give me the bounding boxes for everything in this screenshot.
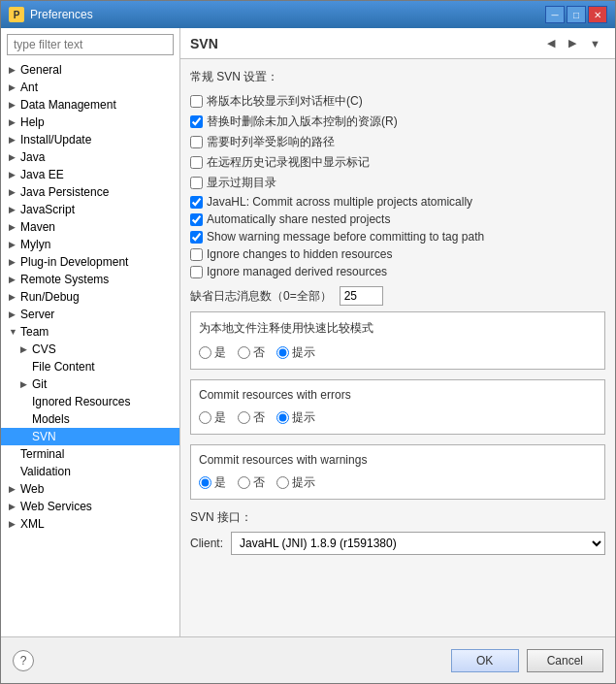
quick-diff-no-label: 否 [253, 344, 265, 361]
filter-input[interactable] [7, 34, 174, 55]
expand-icon: ▼ [9, 327, 20, 337]
sidebar-item-label: General [20, 63, 62, 77]
arrow-icon: ▶ [9, 292, 20, 302]
sidebar-item-label: SVN [32, 430, 56, 443]
sidebar-item-git[interactable]: ▶ Git [1, 375, 179, 393]
quick-diff-prompt-radio[interactable] [276, 346, 289, 359]
sidebar-item-help[interactable]: ▶ Help [1, 114, 179, 131]
checkbox-cb7[interactable] [190, 213, 203, 226]
sidebar-item-ignored-resources[interactable]: Ignored Resources [1, 393, 179, 410]
checkbox-cb10[interactable] [190, 266, 203, 278]
sidebar-item-label: Mylyn [20, 238, 50, 251]
arrow-icon: ▶ [9, 65, 20, 75]
quick-diff-no: 否 [238, 344, 265, 361]
sidebar-item-label: Help [20, 115, 45, 129]
commit-warnings-yes-label: 是 [214, 474, 226, 491]
window-controls: ─ □ ✕ [545, 6, 607, 23]
sidebar-item-run-debug[interactable]: ▶ Run/Debug [1, 288, 179, 306]
arrow-icon: ▶ [9, 117, 20, 127]
sidebar-item-label: Plug-in Development [20, 255, 128, 269]
sidebar-item-java-persistence[interactable]: ▶ Java Persistence [1, 183, 179, 201]
sidebar-item-label: Team [20, 325, 49, 339]
sidebar-item-ant[interactable]: ▶ Ant [1, 79, 179, 96]
sidebar-item-cvs[interactable]: ▶ CVS [1, 341, 179, 358]
sidebar-item-label: Ant [20, 81, 38, 94]
ok-button[interactable]: OK [451, 649, 519, 672]
sidebar-item-general[interactable]: ▶ General [1, 61, 179, 79]
checkbox-cb2[interactable] [190, 115, 203, 128]
checkbox-cb3[interactable] [190, 136, 203, 148]
cancel-button[interactable]: Cancel [527, 649, 603, 672]
svn-interface-title: SVN 接口： [190, 509, 605, 526]
commit-warnings-label: Commit resources with warnings [199, 453, 597, 467]
sidebar-item-xml[interactable]: ▶ XML [1, 515, 179, 533]
commit-errors-prompt: 提示 [276, 409, 315, 426]
checkbox-cb6[interactable] [190, 196, 203, 209]
sidebar-item-mylyn[interactable]: ▶ Mylyn [1, 236, 179, 253]
log-messages-input[interactable] [340, 286, 383, 306]
sidebar-item-web-services[interactable]: ▶ Web Services [1, 498, 179, 515]
arrow-icon: ▶ [9, 502, 20, 511]
client-select[interactable]: JavaHL (JNI) 1.8.9 (r1591380)SVNKit [231, 532, 605, 555]
sidebar-item-svn[interactable]: SVN [1, 428, 179, 445]
sidebar-item-data-management[interactable]: ▶ Data Management [1, 96, 179, 114]
sidebar-item-plugin-development[interactable]: ▶ Plug-in Development [1, 253, 179, 271]
quick-diff-no-radio[interactable] [238, 346, 250, 359]
checkbox-row-7: Automatically share nested projects [190, 212, 605, 226]
commit-errors-no-radio[interactable] [238, 411, 250, 424]
sidebar-item-remote-systems[interactable]: ▶ Remote Systems [1, 271, 179, 288]
help-button[interactable]: ? [13, 650, 34, 671]
checkbox-row-10: Ignore managed derived resources [190, 265, 605, 278]
nav-dropdown-button[interactable]: ▼ [585, 35, 605, 52]
sidebar-item-label: Remote Systems [20, 273, 109, 286]
sidebar-item-label: Web [20, 482, 44, 496]
commit-warnings-no-radio[interactable] [238, 476, 250, 489]
quick-diff-yes-label: 是 [214, 344, 226, 361]
commit-warnings-group: Commit resources with warnings 是 否 提示 [190, 444, 605, 500]
sidebar-item-validation[interactable]: Validation [1, 463, 179, 480]
checkbox-label-cb2: 替换时删除未加入版本控制的资源(R) [207, 114, 398, 130]
maximize-button[interactable]: □ [567, 6, 586, 23]
checkbox-cb9[interactable] [190, 248, 203, 261]
commit-errors-prompt-radio[interactable] [276, 411, 289, 424]
quick-diff-group: 为本地文件注释使用快速比较模式 是 否 提示 [190, 311, 605, 370]
arrow-icon: ▶ [9, 170, 20, 179]
nav-forward-button[interactable]: ▶ [564, 34, 581, 52]
close-button[interactable]: ✕ [588, 6, 607, 23]
window-icon: P [9, 7, 24, 22]
quick-diff-yes-radio[interactable] [199, 346, 211, 359]
sidebar-item-team[interactable]: ▼ Team [1, 323, 179, 341]
window-title: Preferences [30, 8, 545, 21]
commit-errors-no-label: 否 [253, 409, 265, 426]
footer-buttons: OK Cancel [451, 649, 603, 672]
sidebar-item-java[interactable]: ▶ Java [1, 148, 179, 166]
commit-errors-yes: 是 [199, 409, 226, 426]
commit-warnings-prompt-radio[interactable] [276, 476, 289, 489]
sidebar-item-terminal[interactable]: Terminal [1, 445, 179, 463]
commit-errors-yes-radio[interactable] [199, 411, 211, 424]
sidebar-item-install-update[interactable]: ▶ Install/Update [1, 131, 179, 148]
quick-diff-yes: 是 [199, 344, 226, 361]
checkbox-label-cb7: Automatically share nested projects [207, 212, 390, 226]
sidebar-item-web[interactable]: ▶ Web [1, 480, 179, 498]
checkbox-cb5[interactable] [190, 177, 203, 189]
quick-diff-prompt-label: 提示 [292, 344, 315, 361]
panel-nav: ◀ ▶ ▼ [542, 34, 605, 52]
sidebar-item-label: Java EE [20, 168, 64, 181]
sidebar-item-file-content[interactable]: File Content [1, 358, 179, 375]
minimize-button[interactable]: ─ [545, 6, 565, 23]
sidebar-item-java-ee[interactable]: ▶ Java EE [1, 166, 179, 183]
checkbox-label-cb1: 将版本比较显示到对话框中(C) [207, 93, 363, 110]
checkbox-cb1[interactable] [190, 95, 203, 108]
sidebar-item-maven[interactable]: ▶ Maven [1, 218, 179, 236]
arrow-icon: ▶ [9, 519, 20, 529]
commit-warnings-yes-radio[interactable] [199, 476, 211, 489]
checkbox-cb4[interactable] [190, 156, 203, 169]
arrow-icon: ▶ [9, 222, 20, 232]
sidebar-item-javascript[interactable]: ▶ JavaScript [1, 201, 179, 218]
sidebar-item-server[interactable]: ▶ Server [1, 306, 179, 323]
checkbox-cb8[interactable] [190, 231, 203, 244]
sidebar-item-models[interactable]: Models [1, 410, 179, 428]
nav-back-button[interactable]: ◀ [542, 34, 560, 52]
commit-errors-group: Commit resources with errors 是 否 提示 [190, 379, 605, 435]
